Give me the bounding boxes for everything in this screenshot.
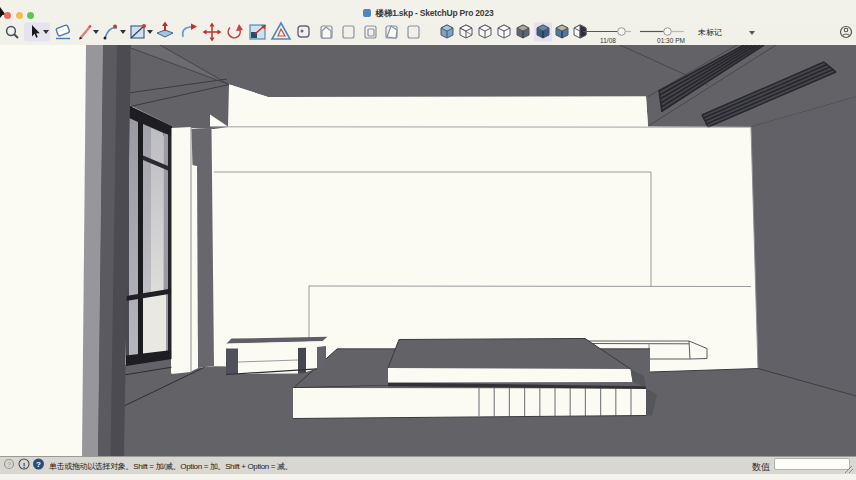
svg-text:未标记: 未标记	[697, 28, 722, 37]
svg-text:!: !	[23, 461, 26, 470]
svg-text:01:30 PM: 01:30 PM	[657, 37, 685, 44]
svg-text:?: ?	[7, 461, 11, 468]
svg-text:?: ?	[36, 460, 41, 469]
svg-text:11/08: 11/08	[600, 37, 616, 44]
